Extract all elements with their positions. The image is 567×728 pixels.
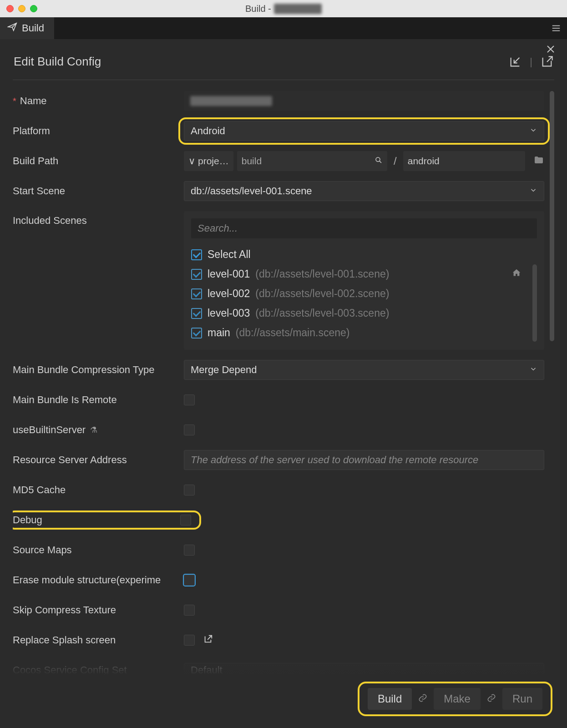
path-root-dropdown[interactable]: ∨ proje… bbox=[184, 151, 233, 171]
separator: | bbox=[530, 56, 532, 68]
scene-path: (db://assets/main.scene) bbox=[236, 327, 350, 339]
export-config-button[interactable] bbox=[541, 56, 553, 68]
tab-label: Build bbox=[22, 22, 44, 34]
scenes-list: level-001 (db://assets/level-001.scene) … bbox=[191, 264, 537, 343]
select-all-checkbox[interactable] bbox=[191, 249, 202, 260]
search-icon[interactable] bbox=[375, 156, 383, 167]
build-path-label: Build Path bbox=[13, 155, 58, 167]
platform-label: Platform bbox=[13, 125, 50, 137]
service-config-select[interactable]: Default bbox=[184, 663, 544, 675]
scenes-scrollbar[interactable] bbox=[532, 264, 537, 342]
scene-name: level-001 bbox=[208, 268, 250, 280]
footer: Build Make Run bbox=[13, 675, 554, 715]
start-scene-label: Start Scene bbox=[13, 185, 65, 197]
beaker-icon: ⚗ bbox=[90, 425, 97, 435]
builtin-server-label: useBuiltinServer bbox=[13, 424, 86, 436]
scene-path: (db://assets/level-002.scene) bbox=[255, 288, 389, 300]
path-separator: / bbox=[391, 155, 400, 167]
erase-module-checkbox[interactable] bbox=[184, 575, 195, 586]
browse-folder-button[interactable] bbox=[529, 155, 544, 167]
is-remote-checkbox[interactable] bbox=[184, 394, 195, 405]
chevron-down-icon bbox=[529, 185, 537, 197]
window-title: Build - ■ ■■■ ■■ ■ bbox=[245, 4, 322, 14]
required-asterisk: * bbox=[13, 96, 16, 106]
replace-splash-checkbox[interactable] bbox=[184, 635, 195, 646]
skip-compress-label: Skip Compress Texture bbox=[13, 604, 116, 616]
name-label: Name bbox=[20, 95, 47, 107]
debug-checkbox[interactable] bbox=[180, 515, 191, 526]
skip-compress-checkbox[interactable] bbox=[184, 605, 195, 616]
scene-path: (db://assets/level-001.scene) bbox=[255, 268, 389, 280]
select-all-label: Select All bbox=[208, 248, 251, 261]
source-maps-label: Source Maps bbox=[13, 544, 72, 556]
action-buttons-group: Build Make Run bbox=[359, 683, 551, 714]
close-window-button[interactable] bbox=[6, 5, 14, 12]
platform-select[interactable]: Android bbox=[184, 121, 544, 141]
scene-search-input[interactable]: Search... bbox=[191, 218, 537, 238]
chevron-down-icon bbox=[529, 364, 537, 376]
resource-server-label: Resource Server Address bbox=[13, 454, 127, 466]
debug-label: Debug bbox=[13, 514, 42, 526]
traffic-lights bbox=[6, 5, 37, 12]
panel-header: Edit Build Config | bbox=[13, 52, 554, 80]
scene-checkbox[interactable] bbox=[191, 288, 202, 299]
svg-point-5 bbox=[376, 157, 380, 162]
build-button[interactable]: Build bbox=[368, 688, 412, 710]
minimize-window-button[interactable] bbox=[18, 5, 25, 12]
close-panel-button[interactable] bbox=[544, 43, 557, 56]
compression-label: Main Bundle Compression Type bbox=[13, 364, 154, 376]
name-input[interactable]: ■■ ■■■ ■■ bbox=[184, 91, 544, 111]
included-scenes-label: Included Scenes bbox=[13, 215, 87, 227]
external-link-icon[interactable] bbox=[203, 634, 213, 646]
path-folder-input[interactable]: build bbox=[237, 151, 387, 171]
service-config-label: Cocos Service Config Set bbox=[13, 664, 127, 675]
scene-name: level-003 bbox=[208, 307, 250, 319]
scene-path: (db://assets/level-003.scene) bbox=[255, 307, 389, 319]
hamburger-menu-button[interactable] bbox=[545, 17, 567, 39]
run-button[interactable]: Run bbox=[502, 688, 542, 710]
home-icon[interactable] bbox=[511, 268, 521, 280]
replace-splash-label: Replace Splash screen bbox=[13, 634, 116, 646]
svg-line-6 bbox=[380, 161, 381, 163]
scene-name: main bbox=[208, 327, 230, 339]
compression-select[interactable]: Merge Depend bbox=[184, 360, 544, 380]
scene-name: level-002 bbox=[208, 288, 250, 300]
zoom-window-button[interactable] bbox=[30, 5, 37, 12]
tab-bar: Build bbox=[0, 17, 567, 39]
form-scrollbar[interactable] bbox=[550, 91, 554, 341]
chevron-down-icon bbox=[529, 125, 537, 137]
panel-title: Edit Build Config bbox=[14, 55, 101, 69]
md5-label: MD5 Cache bbox=[13, 484, 66, 496]
scene-checkbox[interactable] bbox=[191, 308, 202, 319]
tab-build[interactable]: Build bbox=[0, 17, 54, 39]
link-icon bbox=[418, 693, 427, 704]
md5-checkbox[interactable] bbox=[184, 485, 195, 495]
link-icon bbox=[487, 693, 496, 704]
erase-module-label: Erase module structure(experime bbox=[13, 574, 161, 586]
import-config-button[interactable] bbox=[509, 56, 521, 68]
is-remote-label: Main Bundle Is Remote bbox=[13, 394, 117, 406]
resource-server-input[interactable]: The address of the server used to downlo… bbox=[184, 450, 544, 470]
make-button[interactable]: Make bbox=[434, 688, 481, 710]
paper-plane-icon bbox=[7, 22, 17, 35]
source-maps-checkbox[interactable] bbox=[184, 545, 195, 556]
included-scenes-panel: Search... Select All bbox=[184, 211, 544, 350]
scene-checkbox[interactable] bbox=[191, 269, 202, 280]
start-scene-select[interactable]: db://assets/level-001.scene bbox=[184, 181, 544, 201]
builtin-server-checkbox[interactable] bbox=[184, 425, 195, 435]
path-target-input[interactable]: android bbox=[403, 151, 525, 171]
scene-checkbox[interactable] bbox=[191, 328, 202, 339]
titlebar: Build - ■ ■■■ ■■ ■ bbox=[0, 0, 567, 17]
